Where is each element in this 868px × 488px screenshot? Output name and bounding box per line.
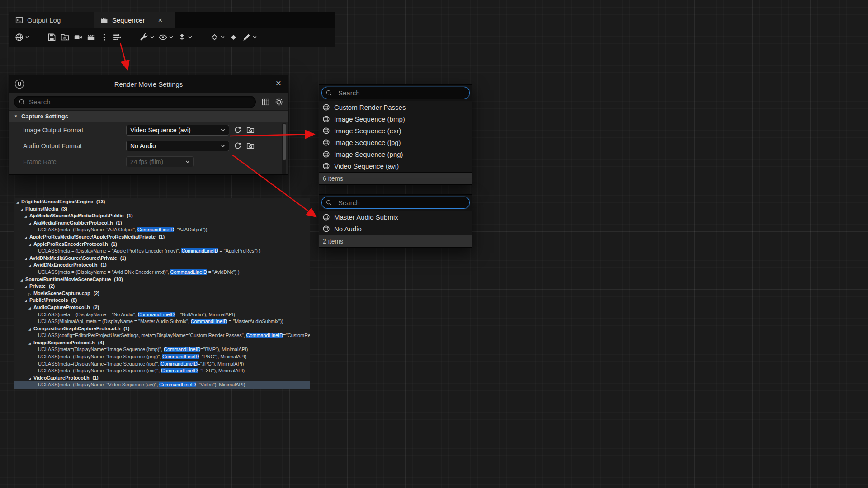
auto-key-options-button[interactable]	[178, 33, 192, 42]
node-count: (2)	[49, 283, 55, 289]
browse-to-asset-icon[interactable]	[246, 142, 255, 150]
expanded-triangle-icon[interactable]: ◢	[28, 262, 33, 269]
tree-node-folder[interactable]: ◢Source\Runtime\MovieSceneCapture(10)	[14, 276, 310, 283]
find-in-content-browser-button[interactable]	[61, 33, 69, 42]
audio-output-format-row: Audio Output FormatNo Audio	[9, 138, 288, 154]
node-label: Private	[29, 283, 46, 289]
expanded-triangle-icon[interactable]: ◢	[16, 199, 21, 206]
search-result-line[interactable]: UCLASS(meta=(DisplayName="Image Sequence…	[14, 361, 310, 368]
tree-node-folder[interactable]: ◢AppleProResMedia\Source\AppleProResMedi…	[14, 234, 310, 241]
view-options-button[interactable]	[159, 33, 173, 42]
dropdown-option[interactable]: Image Sequence (exr)	[319, 125, 472, 136]
expanded-triangle-icon[interactable]: ◢	[20, 277, 25, 283]
search-result-line[interactable]: UCLASS(meta=(DisplayName="Video Sequence…	[14, 381, 310, 389]
tree-node-folder[interactable]: ◢AvidDNxMedia\Source\Source\Private(1)	[14, 255, 310, 262]
tree-node-file[interactable]: ◢ImageSequenceProtocol.h(4)	[14, 339, 310, 347]
tab-sequencer[interactable]: Sequencer ×	[94, 12, 175, 28]
expanded-triangle-icon[interactable]: ◢	[24, 213, 29, 220]
close-tab-icon[interactable]: ×	[158, 16, 163, 24]
search-result-line[interactable]: UCLASS(meta=(DisplayName="Image Sequence…	[14, 346, 310, 353]
expanded-triangle-icon[interactable]: ◢	[24, 297, 29, 304]
edit-tracks-button[interactable]	[113, 33, 122, 42]
items-count-footer: 6 items	[319, 172, 472, 184]
tree-node-folder[interactable]: ◢Private(2)	[14, 283, 310, 290]
tree-node-folder[interactable]: ◢Public\Protocols(8)	[14, 297, 310, 304]
expanded-triangle-icon[interactable]: ◢	[28, 305, 33, 311]
tree-node-file[interactable]: ◢AvidDNxEncoderProtocol.h(1)	[14, 262, 310, 269]
search-result-line[interactable]: UCLASS(meta=(DisplayName="Image Sequence…	[14, 367, 310, 375]
more-options-button[interactable]	[100, 33, 108, 42]
save-button[interactable]	[47, 33, 56, 42]
tree-node-folder[interactable]: ◢D:\github\UnrealEngine\Engine(13)	[14, 198, 310, 206]
tree-node-folder[interactable]: ◢Plugins\Media(3)	[14, 206, 310, 213]
sequencer-settings-button[interactable]	[140, 33, 154, 42]
expanded-triangle-icon[interactable]: ◢	[24, 255, 29, 262]
save-icon	[47, 33, 56, 42]
expanded-triangle-icon[interactable]: ◢	[24, 234, 29, 241]
search-result-line[interactable]: UCLASS(config=EditorPerProjectUserSettin…	[14, 332, 310, 339]
curve-pen-button[interactable]	[242, 33, 257, 42]
match-highlight: CommandLineID	[160, 361, 197, 366]
tree-node-file[interactable]: ◢AppleProResEncoderProtocol.h(1)	[14, 241, 310, 248]
setting-label: Frame Rate	[9, 154, 123, 169]
popup-search-input[interactable]: Search	[321, 197, 470, 209]
add-keyframe-button[interactable]	[229, 33, 238, 42]
browse-to-asset-icon[interactable]	[246, 126, 255, 134]
render-movie-button[interactable]	[87, 33, 95, 42]
dropdown-option[interactable]: Image Sequence (png)	[319, 148, 472, 160]
setting-label: Image Output Format	[9, 122, 123, 138]
dropdown-option[interactable]: Video Sequence (avi)	[319, 160, 472, 172]
tree-node-file[interactable]: ▷MovieSceneCapture.cpp(2)	[14, 290, 310, 297]
search-result-line[interactable]: UCLASS(meta = (DisplayName = "Apple ProR…	[14, 248, 310, 255]
key-options-button[interactable]	[210, 33, 225, 42]
search-result-line[interactable]: UCLASS(MinimalApi, meta = (DisplayName =…	[14, 318, 310, 325]
tree-node-file[interactable]: ◢AudioCaptureProtocol.h(2)	[14, 304, 310, 311]
expanded-triangle-icon[interactable]: ◢	[20, 206, 25, 213]
node-count: (4)	[98, 340, 104, 345]
tree-node-file[interactable]: ◢CompositionGraphCaptureProtocol.h(1)	[14, 325, 310, 333]
option-label: Image Sequence (bmp)	[334, 115, 405, 123]
use-selected-icon[interactable]	[234, 142, 242, 150]
match-highlight: CommandLineID	[159, 382, 196, 387]
sequencer-settings-icon	[140, 33, 148, 42]
world-options-button[interactable]	[15, 33, 29, 42]
dialog-titlebar[interactable]: Render Movie Settings ×	[9, 75, 288, 93]
tab-bar: Output Log Sequencer ×	[9, 12, 335, 28]
tree-node-file[interactable]: ◢VideoCaptureProtocol.h(1)	[14, 375, 310, 382]
search-result-line[interactable]: UCLASS(meta = (DisplayName = "Avid DNx E…	[14, 269, 310, 276]
expanded-triangle-icon[interactable]: ◢	[28, 326, 33, 333]
search-result-line[interactable]: UCLASS(meta=(DisplayName="AJA Output", C…	[14, 226, 310, 234]
dropdown-option[interactable]: Master Audio Submix	[319, 211, 472, 223]
tree-node-file[interactable]: ◢AjaMediaFrameGrabberProtocol.h(1)	[14, 220, 310, 227]
create-camera-button[interactable]	[74, 33, 82, 42]
expanded-triangle-icon[interactable]: ◢	[28, 241, 33, 248]
dropdown-option[interactable]: Image Sequence (bmp)	[319, 113, 472, 125]
column-view-icon[interactable]	[262, 98, 269, 106]
scrollbar-thumb[interactable]	[283, 124, 286, 160]
expanded-triangle-icon[interactable]: ◢	[28, 220, 33, 227]
dropdown-option[interactable]: Custom Render Passes	[319, 101, 472, 113]
capture-settings-section-header[interactable]: ▼ Capture Settings	[9, 110, 288, 122]
expanded-triangle-icon[interactable]: ◢	[28, 340, 33, 347]
search-result-line[interactable]: UCLASS(meta=(DisplayName="Image Sequence…	[14, 353, 310, 361]
search-result-line[interactable]: UCLASS(meta = (DisplayName = "No Audio",…	[14, 311, 310, 319]
tab-output-log[interactable]: Output Log	[9, 12, 94, 28]
unreal-editor-canvas: Output Log Sequencer × Render Movie Sett…	[0, 0, 868, 488]
more-options-icon	[100, 33, 108, 42]
expanded-triangle-icon[interactable]: ◢	[28, 375, 33, 382]
popup-search-input[interactable]: Search	[321, 87, 470, 99]
dropdown-option[interactable]: No Audio	[319, 223, 472, 235]
image-output-format-dropdown[interactable]: Video Sequence (avi)	[126, 125, 229, 136]
dialog-scrollbar[interactable]	[282, 123, 286, 174]
dropdown-option[interactable]: Image Sequence (jpg)	[319, 136, 472, 148]
settings-search-input[interactable]: Search	[14, 96, 256, 108]
use-selected-icon[interactable]	[234, 126, 242, 134]
node-label: Source\Runtime\MovieSceneCapture	[25, 277, 111, 282]
expanded-triangle-icon[interactable]: ◢	[24, 283, 29, 290]
chevron-down-icon	[221, 36, 225, 38]
close-dialog-button[interactable]: ×	[276, 78, 281, 88]
gear-icon[interactable]	[275, 98, 283, 106]
tree-node-folder[interactable]: ◢AjaMedia\Source\AjaMediaOutput\Public(1…	[14, 212, 310, 220]
collapsed-triangle-icon[interactable]: ▷	[28, 291, 33, 297]
audio-output-format-dropdown[interactable]: No Audio	[126, 141, 229, 151]
